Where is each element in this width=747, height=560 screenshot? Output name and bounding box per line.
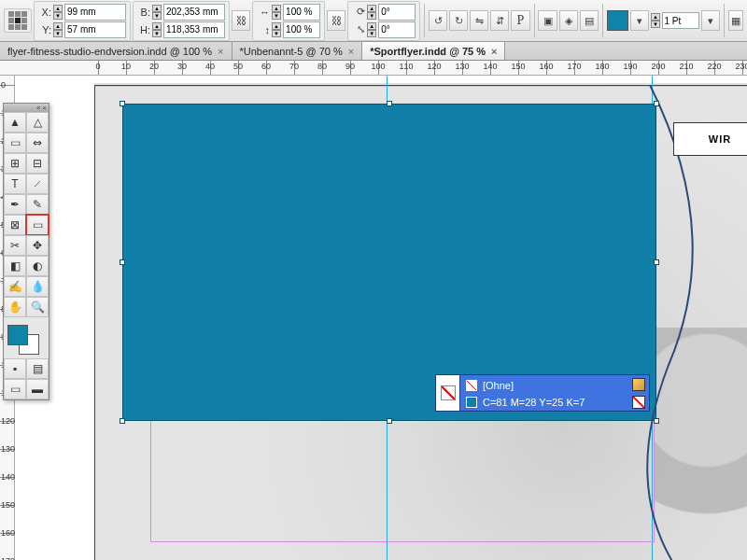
type-tool[interactable]: T [4, 174, 26, 194]
reference-point-group[interactable] [4, 8, 32, 33]
line-tool[interactable]: ⟋ [26, 174, 49, 194]
tools-panel[interactable]: « × ▲△▭⇔⊞⊟T⟋✒✎⊠▭✂✥◧◐✍💧✋🔍 ▪ ▤ ▭ ▬ [3, 103, 49, 400]
scale-x-spinner[interactable]: ▲▼ [272, 5, 281, 20]
curve-path [613, 85, 725, 560]
close-icon[interactable]: × [218, 46, 223, 57]
pen-tool[interactable]: ✒ [4, 194, 26, 215]
stroke-spinner[interactable]: ▲▼ [651, 13, 659, 28]
separator [724, 4, 725, 37]
content-place-tool[interactable]: ⊟ [26, 153, 49, 174]
scale-y-icon: ↕ [257, 24, 270, 35]
selection-handle[interactable] [654, 101, 659, 106]
horizontal-ruler[interactable]: 0102030405060708090100110120130140150160… [0, 61, 747, 76]
none-swatch-icon[interactable] [466, 380, 477, 391]
selection-handle[interactable] [387, 101, 392, 106]
swatch-flyout[interactable]: [Ohne] C=81 M=28 Y=25 K=7 [435, 374, 650, 412]
scale-y-spinner[interactable]: ▲▼ [272, 22, 281, 37]
gradient-swatch-tool[interactable]: ◧ [4, 256, 26, 276]
shear-spinner[interactable]: ▲▼ [367, 22, 376, 37]
select-container-icon[interactable]: ▣ [538, 10, 557, 31]
apply-gradient-icon[interactable]: ▤ [26, 358, 49, 379]
scale-y-field[interactable] [283, 21, 320, 38]
stroke-weight-field[interactable] [662, 12, 699, 29]
x-spinner[interactable]: ▲▼ [53, 5, 63, 20]
normal-view-icon[interactable]: ▭ [4, 379, 26, 399]
free-transform-tool[interactable]: ✥ [26, 235, 49, 256]
stroke-dropdown-icon[interactable]: ▾ [701, 10, 720, 31]
note-tool[interactable]: ✍ [4, 276, 26, 297]
tab-flyer-fitness[interactable]: flyer-fitness-studio-endversion.indd @ 1… [0, 42, 233, 60]
selection-tool[interactable]: ▲ [4, 112, 26, 133]
selection-handle[interactable] [120, 101, 125, 106]
fill-swatch[interactable] [607, 10, 629, 31]
select-content-icon[interactable]: ◈ [559, 10, 578, 31]
gap-tool[interactable]: ⇔ [26, 133, 49, 153]
fill-proxy[interactable] [7, 325, 28, 345]
object-styles-icon[interactable]: ▤ [580, 10, 599, 31]
pencil-icon[interactable] [632, 378, 645, 391]
y-spinner[interactable]: ▲▼ [53, 22, 63, 37]
rotate-cw-icon[interactable]: ↻ [449, 10, 468, 31]
paragraph-icon[interactable]: P [511, 10, 529, 31]
scale-x-field[interactable] [283, 4, 320, 21]
apply-color-icon[interactable]: ▪ [4, 358, 26, 379]
shear-icon: ⤡ [352, 23, 365, 35]
panel-titlebar[interactable]: « × [4, 104, 49, 112]
rectangle-tool[interactable]: ▭ [26, 215, 49, 235]
separator [424, 4, 425, 37]
fill-dropdown-icon[interactable]: ▾ [630, 10, 649, 31]
content-grab-tool[interactable]: ⊞ [4, 153, 26, 174]
flip-h-icon[interactable]: ⇋ [470, 10, 488, 31]
selection-handle[interactable] [120, 259, 125, 265]
document-tabs: flyer-fitness-studio-endversion.indd @ 1… [0, 42, 747, 61]
cmyk-swatch-icon[interactable] [466, 397, 477, 408]
zoom-tool[interactable]: 🔍 [26, 297, 49, 317]
eyedropper-tool[interactable]: 💧 [26, 276, 49, 297]
page-tool[interactable]: ▭ [4, 133, 26, 153]
selected-rectangle[interactable] [122, 104, 656, 421]
rectangle-frame-tool[interactable]: ⊠ [4, 215, 26, 235]
fill-stroke-proxy[interactable] [4, 323, 49, 358]
constrain-wh-icon[interactable]: ⛓ [232, 10, 250, 31]
separator [602, 4, 603, 37]
size-group: B: ▲▼ H: ▲▼ [133, 1, 230, 41]
close-icon[interactable]: × [42, 104, 49, 112]
y-label: Y: [38, 24, 51, 35]
rotate-field[interactable] [378, 4, 416, 21]
close-icon[interactable]: × [348, 46, 354, 57]
gradient-feather-tool[interactable]: ◐ [26, 256, 49, 276]
swatch-proxy-icon[interactable] [436, 375, 460, 411]
registration-icon[interactable] [632, 396, 645, 409]
selection-handle[interactable] [120, 418, 125, 424]
document-canvas[interactable]: WIR [Ohne] C=81 M=28 Y=25 K=7 [15, 76, 747, 560]
close-icon[interactable]: × [491, 46, 497, 57]
rotate-ccw-icon[interactable]: ↺ [429, 10, 447, 31]
w-spinner[interactable]: ▲▼ [152, 5, 162, 20]
h-spinner[interactable]: ▲▼ [152, 22, 162, 37]
x-field[interactable] [64, 4, 126, 21]
tab-sportflyer[interactable]: *Sportflyer.indd @ 75 % × [362, 42, 505, 60]
tab-unbenannt-5[interactable]: *Unbenannt-5 @ 70 % × [233, 42, 363, 60]
h-label: H: [137, 24, 150, 35]
h-field[interactable] [163, 21, 225, 38]
y-field[interactable] [64, 21, 126, 38]
w-field[interactable] [163, 4, 225, 21]
hand-tool[interactable]: ✋ [4, 297, 26, 317]
position-group: X: ▲▼ Y: ▲▼ [34, 1, 131, 41]
flip-v-icon[interactable]: ⇵ [490, 10, 509, 31]
selection-handle[interactable] [654, 418, 659, 424]
constrain-scale-icon[interactable]: ⛓ [327, 10, 345, 31]
pencil-tool[interactable]: ✎ [26, 194, 49, 215]
preview-view-icon[interactable]: ▬ [26, 379, 49, 399]
rotate-spinner[interactable]: ▲▼ [367, 5, 376, 20]
rotate-icon: ⟳ [352, 6, 365, 18]
effects-icon[interactable]: ▦ [728, 10, 743, 31]
shear-field[interactable] [378, 21, 416, 38]
selection-handle[interactable] [387, 418, 392, 424]
scissors-tool[interactable]: ✂ [4, 235, 26, 256]
tab-label: *Sportflyer.indd @ 75 % [370, 46, 486, 57]
selection-handle[interactable] [654, 259, 659, 265]
swatch-cmyk-label: C=81 M=28 Y=25 K=7 [483, 397, 585, 408]
text-frame-wir[interactable]: WIR [673, 122, 747, 156]
direct-select-tool[interactable]: △ [26, 112, 49, 133]
